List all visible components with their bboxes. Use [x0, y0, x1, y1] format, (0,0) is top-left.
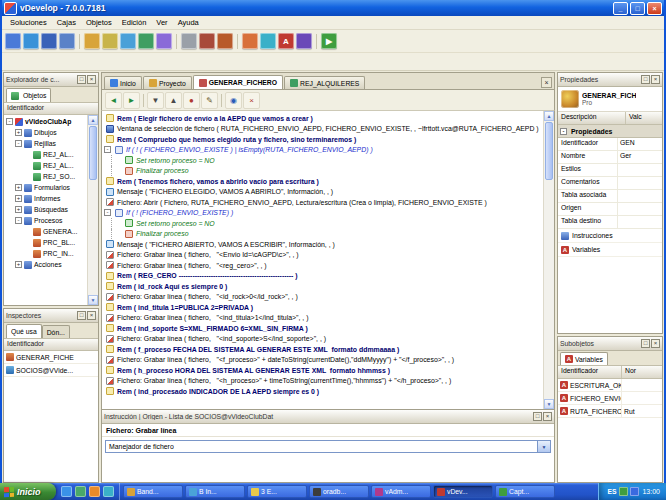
task-band[interactable]: Band... — [123, 485, 183, 498]
show-desktop-icon[interactable] — [75, 486, 86, 497]
tree-item-genera[interactable]: GENERA... — [4, 226, 87, 237]
code-line[interactable]: Rem ( ind_titula 1=PUBLICA 2=PRIVADA ) — [104, 302, 543, 313]
code-line[interactable]: -If ( ! ( FICHERO_ENVIO_EXISTE ) | isEmp… — [104, 145, 543, 156]
inspector-tab-do-n[interactable]: Dón... — [42, 325, 70, 338]
tree-expander-icon[interactable]: + — [15, 195, 22, 202]
tree-expander-icon[interactable]: + — [15, 129, 22, 136]
close-button[interactable]: × — [647, 2, 662, 15]
menu-cajas[interactable]: Cajas — [52, 17, 81, 28]
tab-inicio[interactable]: Inicio — [104, 76, 142, 89]
close-icon[interactable]: × — [543, 412, 552, 421]
group-propiedades[interactable]: - Propiedades — [558, 125, 662, 138]
code-line[interactable]: Set retorno proceso = NO — [104, 218, 543, 229]
internet-explorer-icon[interactable] — [61, 486, 72, 497]
section-instrucciones[interactable]: Instrucciones — [558, 229, 662, 243]
code-line[interactable]: Fichero: Grabar línea ( fichero, "<h_pro… — [104, 376, 543, 387]
process-icon[interactable] — [242, 33, 258, 49]
scroll-track[interactable] — [88, 181, 98, 295]
action-icon[interactable] — [296, 33, 312, 49]
language-indicator[interactable]: ES — [607, 488, 616, 495]
code-line[interactable]: Fichero: Grabar línea ( fichero, "<ind_t… — [104, 313, 543, 324]
tree-item-dibujos[interactable]: +Dibujos — [4, 127, 87, 138]
code-line[interactable]: Rem ( ind_soporte S=XML_FIRMADO 6=XML_SI… — [104, 323, 543, 334]
tab-generar-fichero[interactable]: GENERAR_FICHERO — [193, 75, 283, 89]
toggle-breakpoint-icon[interactable]: ● — [183, 92, 200, 109]
task-3-e[interactable]: 3 E... — [247, 485, 307, 498]
property-tabla-asociada[interactable]: Tabla asociada — [558, 190, 662, 203]
code-line[interactable]: Rem ( h_proceso HORA DEL SISTEMA AL GENE… — [104, 365, 543, 376]
forward-icon[interactable]: ► — [123, 92, 140, 109]
tree-expander-icon[interactable]: - — [6, 118, 13, 125]
scroll-down-icon[interactable]: ▼ — [544, 399, 554, 409]
subobject-escritura-ok[interactable]: AESCRITURA_OK — [558, 379, 662, 392]
collapse-all-icon[interactable]: ▲ — [165, 92, 182, 109]
new-solution-icon[interactable] — [5, 33, 21, 49]
property-value[interactable]: Ger — [618, 151, 662, 163]
column-valor[interactable]: Valc — [626, 112, 662, 124]
combo-dropdown-icon[interactable]: ▼ — [537, 441, 550, 452]
code-line[interactable]: Rem ( id_rock Aquí es siempre 0 ) — [104, 281, 543, 292]
tab-rej-alquileres[interactable]: REJ_ALQUILERES — [284, 76, 365, 89]
network-tray-icon[interactable] — [630, 487, 639, 496]
scroll-track[interactable] — [544, 181, 554, 399]
back-icon[interactable]: ◄ — [105, 92, 122, 109]
run-icon[interactable]: ▶ — [321, 33, 337, 49]
open-solution-icon[interactable] — [23, 33, 39, 49]
search-icon[interactable]: ◉ — [225, 92, 242, 109]
property-identificador[interactable]: IdentificadorGEN — [558, 138, 662, 151]
float-icon[interactable]: □ — [641, 75, 650, 84]
close-icon[interactable]: × — [651, 339, 660, 348]
tree-expander-icon[interactable]: + — [15, 184, 22, 191]
code-line[interactable]: -If ( ! (FICHERO_ENVIO_EXISTE) ) — [104, 208, 543, 219]
float-icon[interactable]: □ — [641, 339, 650, 348]
property-value[interactable] — [618, 164, 662, 176]
task-b-in[interactable]: B In... — [185, 485, 245, 498]
code-line[interactable]: Rem ( f_proceso FECHA DEL SISTEMA AL GEN… — [104, 344, 543, 355]
menu-ayuda[interactable]: Ayuda — [173, 17, 204, 28]
tree-expander-icon[interactable]: - — [15, 217, 22, 224]
menu-soluciones[interactable]: Soluciones — [5, 17, 52, 28]
new-index-icon[interactable] — [102, 33, 118, 49]
task-vadm[interactable]: vAdm... — [371, 485, 431, 498]
expand-all-icon[interactable]: ▼ — [147, 92, 164, 109]
float-icon[interactable]: □ — [77, 75, 86, 84]
code-line[interactable]: Rem ( Compruebo que hemos elegido ruta y… — [104, 134, 543, 145]
new-table-icon[interactable] — [84, 33, 100, 49]
tree-item-informes[interactable]: +Informes — [4, 193, 87, 204]
code-line[interactable]: Finalizar proceso — [104, 166, 543, 177]
tree-item-rej-al[interactable]: REJ_AL... — [4, 149, 87, 160]
explorer-scrollbar[interactable]: ▲ ▼ — [87, 115, 98, 305]
print-icon[interactable] — [181, 33, 197, 49]
subobject-ruta-fichero[interactable]: ARUTA_FICHERO_...Rut — [558, 405, 662, 418]
tab-variables[interactable]: A Variables — [560, 352, 608, 365]
tree-expander-icon[interactable]: - — [15, 140, 22, 147]
menu-edicio-n[interactable]: Edición — [117, 17, 152, 28]
tab-proyecto[interactable]: Proyecto — [143, 76, 192, 89]
code-line[interactable]: Mensaje ( "FICHERO ABIERTO, VAMOS A ESCR… — [104, 239, 543, 250]
code-expander-icon[interactable]: - — [104, 209, 111, 216]
code-line[interactable]: Fichero: Grabar línea ( fichero, "<Envio… — [104, 250, 543, 261]
column-descripcion[interactable]: Descripción — [558, 112, 626, 124]
property-value[interactable] — [618, 190, 662, 202]
task-capt[interactable]: Capt... — [495, 485, 555, 498]
function-icon[interactable] — [260, 33, 276, 49]
inspectors-column-header[interactable]: Identificador — [4, 339, 98, 351]
tree-item-vvideoclubap[interactable]: -vVideoClubAp — [4, 116, 87, 127]
scroll-up-icon[interactable]: ▲ — [544, 111, 554, 121]
edit-line-icon[interactable]: ✎ — [201, 92, 218, 109]
code-expander-icon[interactable]: - — [104, 146, 111, 153]
explorer-column-header[interactable]: Identificador — [4, 103, 98, 115]
close-document-icon[interactable]: × — [541, 77, 552, 88]
code-line[interactable]: Fichero: Grabar línea ( fichero, "<f_pro… — [104, 355, 543, 366]
save-all-icon[interactable] — [59, 33, 75, 49]
variable-icon[interactable]: A — [278, 33, 294, 49]
code-line[interactable]: Rem ( Elegir fichero de envío a la AEPD … — [104, 113, 543, 124]
tree-item-prc-in[interactable]: PRC_IN... — [4, 248, 87, 259]
tree-item-formularios[interactable]: +Formularios — [4, 182, 87, 193]
tree-item-bu-squedas[interactable]: +Búsquedas — [4, 204, 87, 215]
code-line[interactable]: Rem ( ind_procesado INDICADOR DE LA AEPD… — [104, 386, 543, 397]
file-handler-combo[interactable]: Manejador de fichero ▼ — [105, 440, 551, 453]
property-comentarios[interactable]: Comentarios — [558, 177, 662, 190]
clock[interactable]: 13:00 — [642, 488, 660, 495]
tab-objetos[interactable]: Objetos — [6, 88, 51, 102]
